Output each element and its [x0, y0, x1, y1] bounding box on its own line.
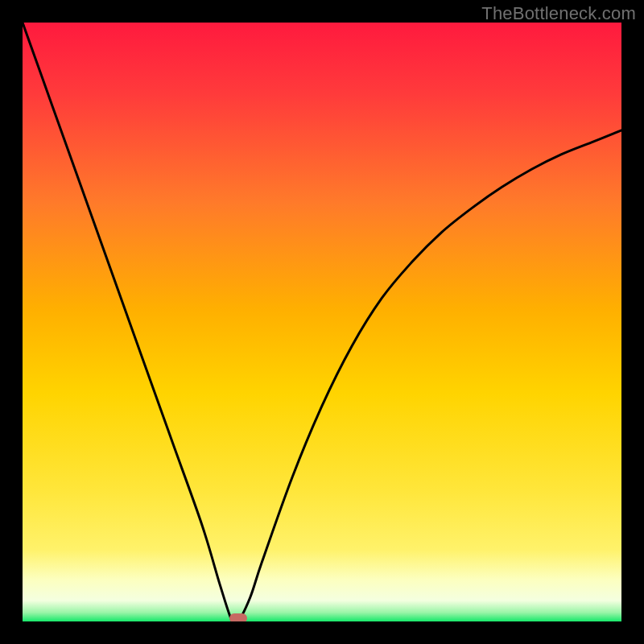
plot-area — [23, 23, 621, 621]
bottleneck-curve — [23, 23, 621, 621]
watermark-text: TheBottleneck.com — [481, 3, 636, 24]
chart-frame: TheBottleneck.com — [0, 0, 644, 644]
minimum-marker — [229, 613, 247, 621]
